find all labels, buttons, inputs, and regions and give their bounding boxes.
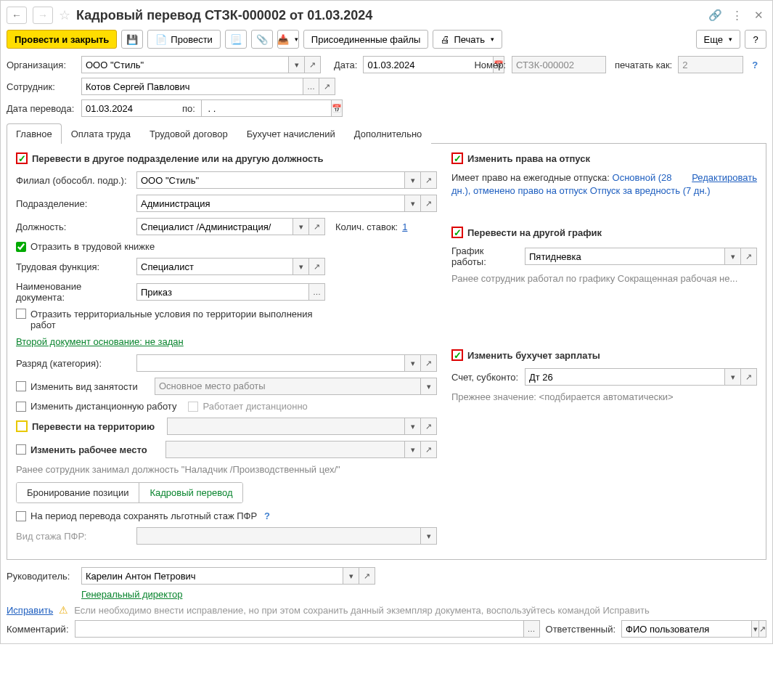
vacation-text: Имеет право на ежегодные отпуска: Основн… <box>451 172 711 196</box>
org-open-button[interactable]: ↗ <box>305 56 321 73</box>
workplace-input <box>165 441 405 458</box>
printer-icon: 🖨 <box>441 34 450 45</box>
help-button[interactable]: ? <box>745 30 766 49</box>
prev-schedule-text: Ранее сотрудник работал по графику Сокра… <box>451 273 757 284</box>
position-dropdown-button[interactable]: ▾ <box>293 218 309 235</box>
prev-position-text: Ранее сотрудник занимал должность "Налад… <box>16 464 437 475</box>
manager-position-link[interactable]: Генеральный директор <box>81 589 182 600</box>
change-workplace-checkbox[interactable] <box>16 444 26 455</box>
dept-label: Подразделение: <box>16 198 132 209</box>
vacation-edit-link[interactable]: Редактировать <box>692 171 757 184</box>
number-label: Номер: <box>474 60 506 70</box>
pfr-checkbox[interactable] <box>16 511 26 521</box>
func-input[interactable] <box>136 258 293 275</box>
po-date-calendar-button[interactable]: 📅 <box>332 99 343 117</box>
comment-select-button[interactable]: … <box>524 620 540 638</box>
grade-open-button[interactable]: ↗ <box>421 354 437 372</box>
dept-input[interactable] <box>136 195 405 212</box>
employee-input[interactable] <box>81 78 303 95</box>
schedule-input[interactable] <box>525 248 725 265</box>
second-doc-link[interactable]: Второй документ основание: не задан <box>16 336 184 347</box>
dept-dropdown-button[interactable]: ▾ <box>405 195 421 212</box>
responsible-input[interactable] <box>621 620 752 638</box>
territorial-checkbox[interactable] <box>16 309 26 319</box>
rates-link[interactable]: 1 <box>402 221 407 232</box>
transfer-toggle[interactable]: Кадровый перевод <box>139 483 242 502</box>
docname-select-button[interactable]: … <box>309 283 325 301</box>
branch-open-button[interactable]: ↗ <box>421 171 437 189</box>
tab-additional[interactable]: Дополнительно <box>345 123 432 144</box>
acc-change-checkbox[interactable]: ✓ <box>451 349 463 361</box>
fix-link[interactable]: Исправить <box>7 605 53 616</box>
manager-dropdown-button[interactable]: ▾ <box>343 567 359 585</box>
save-icon: 💾 <box>126 34 138 45</box>
print-as-help[interactable]: ? <box>752 60 758 70</box>
close-icon[interactable]: ✕ <box>750 7 766 23</box>
nav-forward-button[interactable]: → <box>33 7 53 24</box>
responsible-dropdown-button[interactable]: ▾ <box>752 620 759 638</box>
paperclip-icon: 📎 <box>256 34 268 45</box>
number-display: СТЗК-000002 <box>512 56 606 73</box>
emp-type-display: Основное место работы <box>155 378 421 395</box>
rates-label: Колич. ставок: <box>335 221 398 232</box>
change-remote-checkbox[interactable] <box>16 402 26 412</box>
more-button[interactable]: Еще▾ <box>696 30 740 49</box>
schedule-dropdown-button[interactable]: ▾ <box>725 248 741 265</box>
nav-back-button[interactable]: ← <box>7 7 27 24</box>
position-open-button[interactable]: ↗ <box>309 218 325 235</box>
employee-select-button[interactable]: … <box>303 78 319 95</box>
schedule-change-checkbox[interactable]: ✓ <box>451 227 463 238</box>
post-and-close-button[interactable]: Провести и закрыть <box>7 30 117 49</box>
employee-open-button[interactable]: ↗ <box>319 78 335 95</box>
workbook-checkbox[interactable] <box>16 242 26 252</box>
func-open-button[interactable]: ↗ <box>309 258 325 275</box>
comment-input[interactable] <box>75 620 524 638</box>
change-emp-type-checkbox[interactable] <box>16 381 26 391</box>
grade-input[interactable] <box>136 354 405 372</box>
docname-input[interactable] <box>136 283 309 301</box>
branch-input[interactable] <box>136 171 405 189</box>
post-button[interactable]: 📄Провести <box>147 30 221 49</box>
import-button[interactable]: 📥▾ <box>277 30 299 49</box>
territorial-label: Отразить территориальные условия по терр… <box>30 309 321 330</box>
responsible-open-button[interactable]: ↗ <box>759 620 766 638</box>
po-date-input[interactable] <box>201 99 332 117</box>
tab-salary[interactable]: Оплата труда <box>62 123 140 144</box>
tab-accounting[interactable]: Бухучет начислений <box>237 123 345 144</box>
position-input[interactable] <box>136 218 293 235</box>
func-dropdown-button[interactable]: ▾ <box>293 258 309 275</box>
print-button[interactable]: 🖨Печать▾ <box>433 30 502 49</box>
employee-label: Сотрудник: <box>7 81 75 92</box>
acc-open-button[interactable]: ↗ <box>741 368 757 386</box>
vacation-change-checkbox[interactable]: ✓ <box>451 152 463 164</box>
tab-contract[interactable]: Трудовой договор <box>140 123 237 144</box>
branch-label: Филиал (обособл. подр.): <box>16 175 132 186</box>
acc-dropdown-button[interactable]: ▾ <box>725 368 741 386</box>
booking-toggle[interactable]: Бронирование позиции <box>17 483 139 502</box>
document-icon-button[interactable]: 📃 <box>225 30 247 49</box>
kebab-menu-icon[interactable]: ⋮ <box>729 7 745 23</box>
manager-input[interactable] <box>81 567 343 585</box>
transfer-date-label: Дата перевода: <box>7 103 75 114</box>
org-dropdown-button[interactable]: ▾ <box>289 56 305 73</box>
attached-files-button[interactable]: Присоединенные файлы <box>303 30 429 49</box>
manager-open-button[interactable]: ↗ <box>359 567 375 585</box>
transfer-dept-label: Перевести в другое подразделение или на … <box>32 153 324 164</box>
document-icon: 📃 <box>230 34 242 45</box>
dept-open-button[interactable]: ↗ <box>421 195 437 212</box>
transfer-territory-checkbox[interactable] <box>16 420 28 432</box>
emp-type-dropdown-button: ▾ <box>421 378 437 395</box>
favorite-star-icon[interactable]: ☆ <box>59 7 70 23</box>
acc-input[interactable] <box>525 368 725 386</box>
attachment-icon-button[interactable]: 📎 <box>251 30 273 49</box>
pfr-help[interactable]: ? <box>264 510 270 521</box>
warning-icon: ⚠ <box>59 604 68 616</box>
link-icon[interactable]: 🔗 <box>707 7 723 23</box>
organization-input[interactable] <box>81 56 289 73</box>
save-button[interactable]: 💾 <box>121 30 143 49</box>
schedule-open-button[interactable]: ↗ <box>741 248 757 265</box>
grade-dropdown-button[interactable]: ▾ <box>405 354 421 372</box>
transfer-dept-checkbox[interactable]: ✓ <box>16 152 28 164</box>
tab-main[interactable]: Главное <box>7 123 62 144</box>
branch-dropdown-button[interactable]: ▾ <box>405 171 421 189</box>
